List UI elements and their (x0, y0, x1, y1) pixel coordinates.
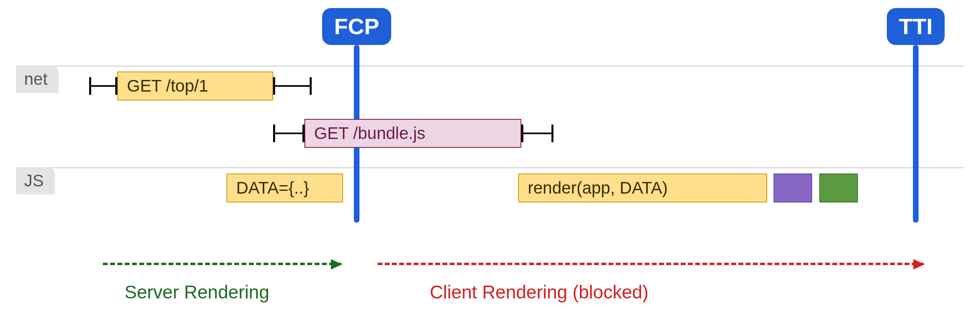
lane-line-net (16, 65, 964, 67)
box-render: render(app, DATA) (518, 174, 767, 202)
whisker-get-top-left (89, 85, 117, 87)
lane-line-js (16, 167, 964, 168)
arrowhead-icon (331, 259, 342, 270)
box-data-eq: DATA={..} (227, 174, 343, 202)
box-purple (774, 174, 812, 202)
whisker-bundle-left (273, 133, 304, 134)
box-get-top: GET /top/1 (117, 72, 273, 100)
arrowhead-icon (913, 259, 925, 270)
arrow-server (103, 263, 341, 265)
label-client-rendering: Client Rendering (blocked) (430, 281, 649, 303)
whisker-bundle-right (521, 133, 553, 134)
marker-fcp-tag: FCP (322, 8, 391, 45)
box-get-bundle: GET /bundle.js (304, 119, 521, 148)
label-server-rendering: Server Rendering (125, 281, 270, 303)
lane-label-js: JS (16, 167, 55, 194)
arrow-client (378, 263, 924, 265)
lane-label-net: net (16, 65, 59, 93)
marker-tti-line (913, 45, 919, 223)
box-green (819, 174, 858, 202)
marker-tti-tag: TTI (887, 8, 945, 45)
whisker-get-top-right (273, 85, 312, 87)
